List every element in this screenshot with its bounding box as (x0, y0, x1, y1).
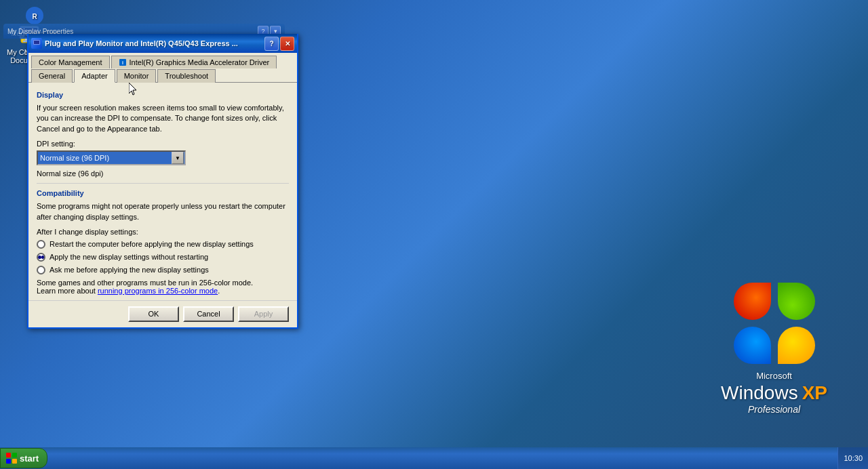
xp-text: XP (802, 382, 827, 404)
svg-rect-21 (6, 459, 11, 464)
tab-row-2: Color Management i Intel(R) Graphics Med… (31, 56, 294, 68)
close-button[interactable]: ✕ (280, 37, 294, 51)
title-bar-buttons: ? ✕ (264, 37, 294, 51)
microsoft-text: Microsoft (721, 371, 827, 381)
taskbar-tray: 10:30 (837, 447, 868, 469)
display-properties-dialog: Plug and Play Monitor and Intel(R) Q45/Q… (27, 34, 298, 329)
cancel-button[interactable]: Cancel (183, 306, 234, 322)
radio-apply-without-restart[interactable]: Apply the new display settings without r… (37, 253, 289, 262)
apply-button[interactable]: Apply (238, 306, 289, 322)
radio-apply-without-restart-input[interactable] (37, 253, 45, 262)
compatibility-section: Compatibility Some programs might not op… (37, 189, 289, 295)
dpi-select-value: Normal size (96 DPI) (38, 154, 109, 162)
dialog-title: Plug and Play Monitor and Intel(R) Q45/Q… (45, 39, 264, 47)
color-mode-link[interactable]: running programs in 256-color mode (98, 287, 218, 295)
dialog-title-bar[interactable]: Plug and Play Monitor and Intel(R) Q45/Q… (28, 34, 297, 53)
ok-button[interactable]: OK (128, 306, 179, 322)
svg-rect-22 (12, 459, 17, 464)
dialog-content: Display If your screen resolution makes … (28, 83, 297, 300)
taskbar: start 10:30 (0, 447, 868, 469)
radio-restart-label: Restart the computer before applying the… (50, 240, 254, 248)
dpi-select[interactable]: Normal size (96 DPI) ▼ (37, 150, 186, 165)
svg-rect-16 (34, 41, 39, 44)
radio-ask-me[interactable]: Ask me before applying the new display s… (37, 266, 289, 274)
tab-monitor[interactable]: Monitor (117, 69, 157, 83)
radio-restart[interactable]: Restart the computer before applying the… (37, 240, 289, 249)
desktop: Microsoft Windows XP Professional My Doc… (0, 0, 868, 469)
tab-general[interactable]: General (31, 69, 73, 83)
start-label: start (20, 453, 39, 464)
professional-text: Professional (721, 404, 827, 415)
flag-yellow (778, 327, 815, 364)
dpi-dropdown-container: Normal size (96 DPI) ▼ (37, 150, 289, 165)
dpi-dropdown-arrow[interactable]: ▼ (172, 152, 184, 164)
after-change-label: After I change display settings: (37, 228, 289, 236)
windows-text: Windows (721, 382, 798, 404)
tab-bar: Color Management i Intel(R) Graphics Med… (28, 53, 297, 83)
tab-row-1: General Adapter Monitor Troubleshoot (31, 69, 294, 82)
windows-flag (734, 283, 815, 364)
compatibility-description: Some programs might not operate properly… (37, 201, 289, 222)
section-divider (37, 183, 289, 184)
flag-red (734, 283, 771, 320)
start-button[interactable]: start (0, 448, 47, 468)
button-bar: OK Cancel Apply (28, 300, 297, 327)
dpi-label: DPI setting: (37, 140, 289, 148)
start-logo-icon (6, 453, 17, 464)
radio-apply-without-restart-label: Apply the new display settings without r… (50, 253, 208, 261)
tab-intel-driver[interactable]: i Intel(R) Graphics Media Accelerator Dr… (111, 56, 277, 68)
flag-blue (734, 327, 771, 364)
tab-adapter[interactable]: Adapter (74, 69, 115, 83)
display-section-header: Display (37, 91, 289, 99)
flag-green (778, 283, 815, 320)
windows-xp-logo: Microsoft Windows XP Professional (721, 283, 827, 415)
display-description: If your screen resolution makes screen i… (37, 103, 289, 134)
radio-ask-me-label: Ask me before applying the new display s… (50, 266, 209, 274)
tab-troubleshoot[interactable]: Troubleshoot (157, 69, 216, 83)
compatibility-header: Compatibility (37, 189, 289, 197)
tab-color-management[interactable]: Color Management (31, 56, 110, 68)
dialog-icon (31, 38, 42, 49)
svg-text:i: i (122, 60, 123, 65)
taskbar-time: 10:30 (844, 454, 863, 462)
color-mode-text: Some games and other programs must be ru… (37, 279, 289, 295)
dpi-text-value: Normal size (96 dpi) (37, 169, 289, 178)
display-section: Display If your screen resolution makes … (37, 91, 289, 178)
svg-rect-19 (6, 453, 11, 457)
radio-checked-dot (38, 256, 41, 259)
radio-restart-input[interactable] (37, 240, 45, 249)
intel-icon: i (119, 58, 127, 66)
radio-ask-me-input[interactable] (37, 266, 45, 274)
svg-text:R: R (32, 13, 37, 20)
svg-rect-20 (12, 453, 17, 457)
help-button[interactable]: ? (264, 37, 279, 51)
